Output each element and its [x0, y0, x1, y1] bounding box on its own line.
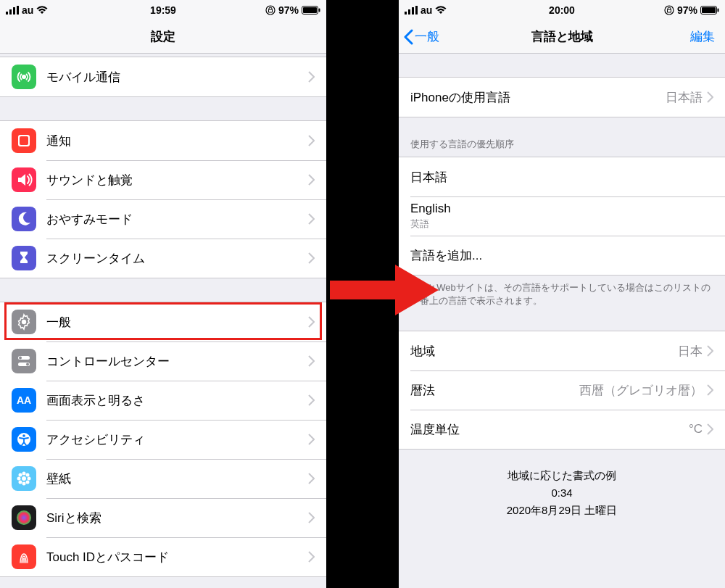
page-title: 設定: [151, 28, 175, 45]
nav-bar: 設定: [0, 20, 326, 54]
clock-text: 19:59: [111, 4, 216, 16]
cell-label: Siriと検索: [46, 510, 308, 526]
chevron-right-icon: [308, 355, 315, 367]
row-language[interactable]: English英語: [399, 196, 725, 236]
back-label: 一般: [415, 28, 439, 45]
chevron-right-icon: [707, 423, 713, 435]
aa-icon: AA: [12, 388, 36, 413]
preferred-languages-list: 日本語English英語言語を追加...: [399, 157, 725, 276]
flower-icon: [12, 466, 36, 491]
row-language[interactable]: 日本語: [399, 157, 725, 196]
row-finger[interactable]: Touch IDとパスコード: [0, 537, 326, 576]
row-bell[interactable]: 通知: [0, 121, 326, 160]
svg-rect-35: [702, 7, 716, 13]
bell-icon: [12, 128, 36, 153]
access-icon: [12, 427, 36, 452]
nav-bar: 一般 言語と地域 編集: [399, 20, 725, 54]
svg-rect-1: [9, 9, 12, 15]
battery-percent: 97%: [278, 4, 299, 16]
signal-icon: [6, 6, 19, 15]
cell-label: 温度単位: [410, 421, 689, 438]
cell-value: 日本語: [666, 89, 703, 106]
status-bar: au 20:00 97%: [399, 0, 725, 20]
example-date: 2020年8月29日 土曜日: [410, 502, 713, 519]
cell-label: 地域: [410, 343, 678, 360]
svg-rect-30: [408, 9, 410, 15]
chevron-right-icon: [308, 71, 315, 83]
svg-rect-6: [303, 7, 317, 13]
svg-point-11: [22, 320, 26, 324]
chevron-right-icon: [308, 551, 315, 563]
carrier-text: au: [420, 4, 432, 16]
row-region-setting[interactable]: 暦法西暦（グレゴリオ暦）: [399, 370, 725, 410]
svg-rect-31: [412, 7, 414, 15]
cell-label: Touch IDとパスコード: [46, 549, 308, 566]
edit-button[interactable]: 編集: [690, 20, 715, 53]
wifi-icon: [435, 6, 447, 15]
chevron-right-icon: [308, 316, 315, 328]
cell-label: 壁紙: [46, 471, 308, 487]
svg-point-27: [26, 481, 30, 484]
row-moon[interactable]: おやすみモード: [0, 199, 326, 239]
row-flower[interactable]: 壁紙: [0, 459, 326, 498]
cell-label: コントロールセンター: [46, 353, 308, 370]
settings-list[interactable]: モバイル通信通知サウンドと触覚おやすみモードスクリーンタイム一般コントロールセン…: [0, 54, 326, 577]
section-header-preferred: 使用する言語の優先順序: [399, 117, 725, 157]
row-sound[interactable]: サウンドと触覚: [0, 160, 326, 199]
svg-rect-7: [319, 9, 320, 12]
example-title: 地域に応じた書式の例: [410, 467, 713, 484]
chevron-right-icon: [308, 135, 315, 146]
sound-icon: [12, 167, 36, 192]
example-time: 0:34: [410, 484, 713, 502]
chevron-right-icon: [308, 473, 315, 484]
svg-point-15: [26, 363, 29, 366]
orientation-lock-icon: [664, 5, 674, 15]
svg-text:AA: AA: [17, 394, 31, 406]
row-region-setting[interactable]: 地域日本: [399, 331, 725, 370]
chevron-right-icon: [308, 394, 315, 406]
svg-point-21: [22, 482, 26, 486]
cell-label: English: [410, 202, 713, 216]
row-hour[interactable]: スクリーンタイム: [0, 239, 326, 278]
chevron-right-icon: [707, 345, 713, 357]
svg-rect-36: [718, 9, 719, 12]
svg-rect-0: [6, 12, 8, 15]
cell-value: 西暦（グレゴリオ暦）: [579, 382, 703, 399]
row-access[interactable]: アクセシビリティ: [0, 420, 326, 459]
region-format-example: 地域に応じた書式の例 0:34 2020年8月29日 土曜日: [399, 450, 725, 519]
row-aa[interactable]: AA画面表示と明るさ: [0, 381, 326, 420]
cell-label: 一般: [46, 314, 308, 331]
row-add-language[interactable]: 言語を追加...: [399, 236, 725, 275]
chevron-right-icon: [308, 512, 315, 523]
svg-rect-2: [13, 7, 15, 15]
chevron-left-icon: [403, 29, 413, 45]
back-button[interactable]: 一般: [403, 20, 439, 53]
chevron-right-icon: [308, 434, 315, 445]
phone-language-region: au 20:00 97% 一般 言語と地域 編集 iPhoneの使用言語 日本語…: [399, 0, 725, 588]
siri-icon: [12, 505, 36, 530]
chevron-right-icon: [308, 252, 315, 264]
chevron-right-icon: [308, 213, 315, 225]
row-toggles[interactable]: コントロールセンター: [0, 341, 326, 381]
row-region-setting[interactable]: 温度単位°C: [399, 410, 725, 449]
phone-settings: au 19:59 97% 設定 モバイル通信通知サウンドと触覚おやすみモードスク…: [0, 0, 326, 588]
svg-rect-29: [405, 12, 407, 15]
chevron-right-icon: [308, 174, 315, 186]
cell-label: 画面表示と明るさ: [46, 392, 308, 409]
region-settings-list: 地域日本暦法西暦（グレゴリオ暦）温度単位°C: [399, 331, 725, 450]
finger-icon: [12, 544, 36, 569]
page-title: 言語と地域: [531, 28, 593, 45]
cell-label: サウンドと触覚: [46, 172, 308, 189]
row-antenna[interactable]: モバイル通信: [0, 57, 326, 96]
orientation-lock-icon: [265, 5, 276, 15]
svg-point-25: [26, 473, 30, 477]
row-iphone-language[interactable]: iPhoneの使用言語 日本語: [399, 78, 725, 117]
row-gear[interactable]: 一般: [0, 302, 326, 341]
hour-icon: [12, 246, 36, 270]
chevron-right-icon: [707, 384, 713, 396]
clock-text: 20:00: [510, 4, 615, 16]
svg-point-19: [22, 476, 26, 481]
row-siri[interactable]: Siriと検索: [0, 498, 326, 537]
gear-icon: [12, 310, 36, 334]
signal-icon: [405, 6, 418, 15]
